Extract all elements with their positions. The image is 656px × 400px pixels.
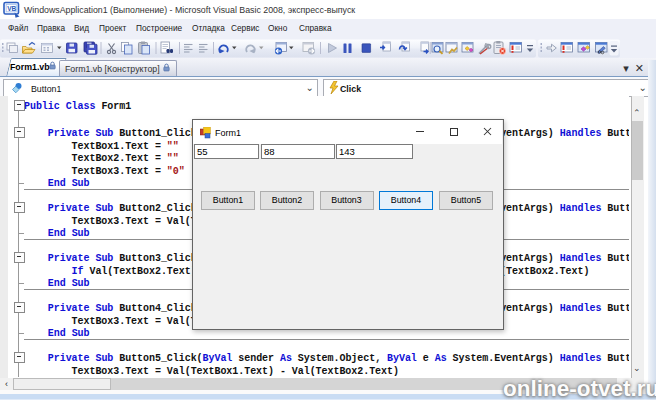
svg-text:VB: VB — [7, 5, 16, 12]
